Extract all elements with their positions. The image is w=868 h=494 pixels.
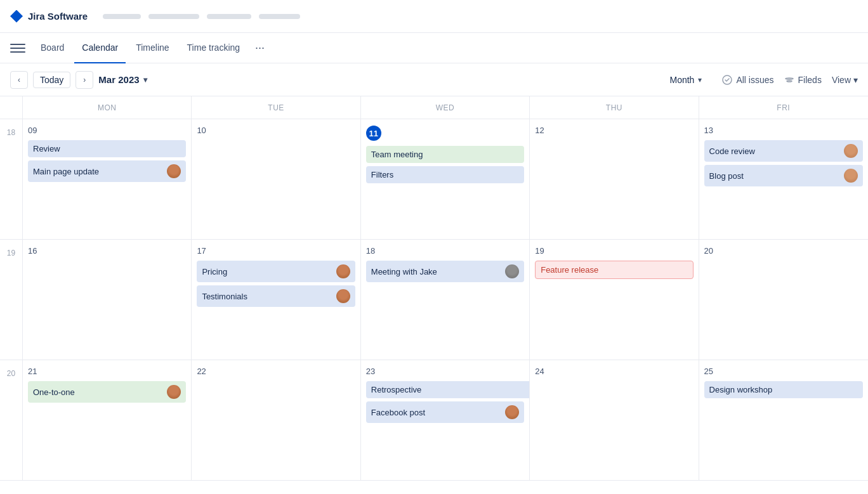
cell-18: 18 Meeting with Jake	[361, 240, 530, 360]
cell-22: 22	[192, 360, 360, 480]
day-num-11: 11	[366, 126, 381, 141]
day-num-12: 12	[535, 126, 693, 135]
avatar-facebook	[505, 405, 519, 419]
cell-21: 21 One-to-one	[23, 360, 192, 480]
calendar-toolbar: ‹ Today › Mar 2023 ▾ Month ▾ All issues …	[0, 63, 868, 96]
tab-timeline[interactable]: Timeline	[128, 33, 176, 63]
fileds-icon	[784, 75, 794, 85]
week-num-18: 18	[0, 119, 22, 240]
toolbar-filters: All issues Fileds View ▾	[722, 75, 858, 85]
month-chevron-icon: ▾	[698, 75, 702, 84]
event-testimonials[interactable]: Testimonials	[197, 285, 355, 307]
svg-rect-2	[787, 81, 792, 82]
day-header-tue: Tue	[192, 96, 360, 119]
calendar-main: Mon Tue Wed Thu Fri 09 Review Main page …	[23, 96, 868, 481]
current-date[interactable]: Mar 2023 ▾	[98, 74, 147, 85]
day-num-10: 10	[197, 126, 355, 135]
app-name: Jira Software	[28, 11, 88, 22]
event-retrospective[interactable]: Retrospective	[366, 381, 530, 398]
day-header-fri: Fri	[699, 96, 868, 119]
avatar-jake	[505, 264, 519, 278]
cell-10: 10	[192, 119, 360, 239]
tab-board[interactable]: Board	[33, 33, 72, 63]
calendar-container: 18 19 20 Mon Tue Wed Thu Fri 09 Review M…	[0, 96, 868, 481]
week-num-20: 20	[0, 360, 22, 481]
avatar-main-page	[167, 164, 181, 178]
week-num-header	[0, 96, 22, 119]
cell-19: 19 Feature release	[530, 240, 699, 360]
tab-time-tracking[interactable]: Time tracking	[180, 33, 248, 63]
event-team-meeting[interactable]: Team meeting	[366, 146, 524, 163]
day-num-22: 22	[197, 367, 355, 376]
cell-25: 25 Design workshop	[699, 360, 868, 480]
nav-placeholder-2	[148, 14, 199, 19]
event-filters[interactable]: Filters	[366, 166, 524, 183]
event-feature-release[interactable]: Feature release	[535, 261, 693, 279]
week-numbers-column: 18 19 20	[0, 96, 23, 481]
today-button[interactable]: Today	[33, 72, 70, 88]
day-header-mon: Mon	[23, 96, 192, 119]
event-design-workshop[interactable]: Design workshop	[704, 381, 863, 398]
event-code-review[interactable]: Code review	[704, 140, 863, 162]
check-circle-icon	[722, 75, 732, 85]
nav-tabs: Board Calendar Timeline Time tracking ··…	[0, 33, 868, 63]
avatar-code-review	[844, 144, 858, 158]
day-num-20: 20	[704, 246, 863, 256]
nav-placeholder-3	[207, 14, 251, 19]
svg-rect-1	[786, 78, 793, 79]
jira-diamond-icon	[10, 10, 23, 23]
event-meeting-jake[interactable]: Meeting with Jake	[366, 261, 524, 282]
day-num-21: 21	[28, 367, 186, 376]
next-button[interactable]: ›	[76, 71, 93, 89]
all-issues-label: All issues	[736, 75, 773, 85]
week-num-19: 19	[0, 240, 22, 360]
event-blog-post[interactable]: Blog post	[704, 165, 863, 186]
cell-11: 11 Team meeting Filters	[361, 119, 530, 239]
all-issues-filter[interactable]: All issues	[722, 75, 773, 85]
nav-placeholder-4	[259, 14, 300, 19]
event-one-to-one[interactable]: One-to-one	[28, 381, 186, 403]
cell-12: 12	[530, 119, 699, 239]
day-num-25: 25	[704, 367, 863, 376]
fileds-filter[interactable]: Fileds	[784, 75, 822, 85]
month-selector[interactable]: Month ▾	[669, 75, 702, 85]
day-num-18: 18	[366, 246, 524, 256]
topbar: Jira Software	[0, 0, 868, 33]
view-button[interactable]: View ▾	[832, 75, 858, 85]
avatar-blog-post	[844, 169, 858, 183]
calendar-row-week20: 21 One-to-one 22 23 Retrospective Facebo…	[23, 360, 868, 481]
avatar-testimonials	[336, 289, 350, 303]
day-header-thu: Thu	[530, 96, 699, 119]
menu-icon[interactable]	[10, 41, 25, 56]
cell-20: 20	[699, 240, 868, 360]
event-pricing[interactable]: Pricing	[197, 261, 355, 282]
nav-placeholder-1	[103, 14, 141, 19]
event-review[interactable]: Review	[28, 140, 186, 157]
cell-24: 24	[530, 360, 699, 480]
cell-13: 13 Code review Blog post	[699, 119, 868, 239]
calendar-row-week19: 16 17 Pricing Testimonials 18 Meeting wi…	[23, 240, 868, 360]
day-num-17: 17	[197, 246, 355, 256]
day-num-19: 19	[535, 246, 693, 256]
day-num-16: 16	[28, 246, 186, 256]
app-logo: Jira Software	[10, 10, 88, 23]
date-chevron-icon: ▾	[143, 75, 147, 84]
day-num-24: 24	[535, 367, 693, 376]
tab-calendar[interactable]: Calendar	[74, 33, 126, 63]
view-chevron-icon: ▾	[853, 75, 858, 85]
topbar-nav	[103, 14, 300, 19]
month-label: Month	[669, 75, 694, 85]
day-headers: Mon Tue Wed Thu Fri	[23, 96, 868, 119]
view-label: View	[832, 75, 851, 85]
prev-button[interactable]: ‹	[10, 71, 28, 89]
cell-09: 09 Review Main page update	[23, 119, 192, 239]
calendar-row-week18: 09 Review Main page update 10 11 Team me…	[23, 119, 868, 240]
day-num-23: 23	[366, 367, 524, 376]
date-text: Mar 2023	[98, 74, 139, 85]
day-num-09: 09	[28, 126, 186, 135]
event-facebook-post[interactable]: Facebook post	[366, 401, 524, 423]
cell-23: 23 Retrospective Facebook post	[361, 360, 530, 480]
fileds-label: Fileds	[798, 75, 822, 85]
tab-more-icon[interactable]: ···	[250, 41, 270, 55]
event-main-page-update[interactable]: Main page update	[28, 160, 186, 182]
